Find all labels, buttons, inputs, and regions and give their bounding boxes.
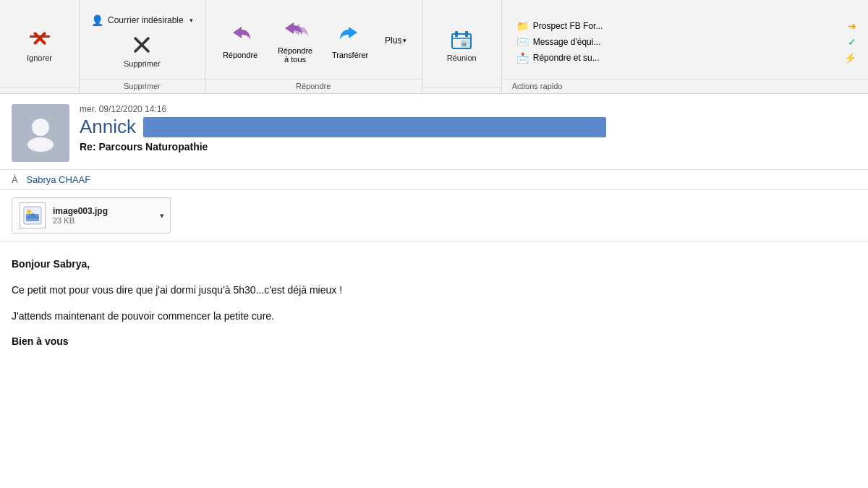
reunion-label: Réunion bbox=[447, 53, 477, 62]
email-meta: mer. 09/12/2020 14:16 Annick Re: Parcour… bbox=[80, 104, 856, 153]
actions-group-label: Actions rapido bbox=[502, 79, 868, 93]
junk-icon: 👤 bbox=[91, 14, 103, 26]
avatar bbox=[12, 104, 69, 162]
junk-button[interactable]: 👤 Courrier indésirable ▾ bbox=[87, 12, 197, 28]
repondre-group: Répondre Répondre à tous bbox=[205, 0, 422, 93]
repondre-tous-icon bbox=[281, 17, 310, 43]
action-badge-2: ⚡ bbox=[844, 52, 856, 64]
ignore-group-label bbox=[0, 87, 79, 93]
transferer-icon bbox=[337, 21, 363, 48]
ignore-icon bbox=[30, 28, 50, 51]
supprimer-button[interactable]: Supprimer bbox=[119, 31, 165, 71]
junk-label: Courrier indésirable bbox=[108, 15, 184, 25]
svg-rect-2 bbox=[30, 35, 50, 38]
attachment-icon bbox=[20, 202, 46, 228]
to-label: À bbox=[12, 174, 18, 185]
junk-dropdown-icon: ▾ bbox=[190, 17, 193, 24]
actions-group: 📁 Prospect FB For... ➜ ✉️ Message d'équi… bbox=[502, 0, 868, 93]
email-to: À Sabrya CHAAF bbox=[0, 169, 868, 190]
body-line-0: Bonjour Sabrya, bbox=[12, 256, 856, 273]
reunion-group: ⊞ Réunion bbox=[422, 0, 502, 93]
action-badge-0: ➜ bbox=[848, 20, 856, 32]
supprimer-group-label: Supprimer bbox=[80, 79, 205, 93]
action-label-2: Répondre et su... bbox=[533, 53, 840, 63]
attachment-dropdown-icon[interactable]: ▾ bbox=[160, 211, 164, 221]
email-date: mer. 09/12/2020 14:16 bbox=[80, 104, 856, 114]
plus-label: Plus bbox=[385, 35, 401, 46]
supprimer-label: Supprimer bbox=[124, 59, 161, 68]
ignore-button[interactable]: Ignorer bbox=[18, 25, 61, 66]
email-attachments: image003.jpg 23 KB ▾ bbox=[0, 190, 868, 241]
svg-point-16 bbox=[27, 210, 31, 214]
svg-point-11 bbox=[32, 119, 49, 136]
email-body: Bonjour Sabrya, Ce petit mot pour vous d… bbox=[0, 241, 868, 374]
reunion-button[interactable]: ⊞ Réunion bbox=[440, 27, 483, 65]
ignore-label: Ignorer bbox=[27, 53, 52, 63]
repondre-icon bbox=[227, 21, 253, 48]
body-line-3: J'attends maintenant de pouvoir commence… bbox=[12, 308, 856, 325]
toolbar: Ignorer 👤 Courrier indésirable ▾ S bbox=[0, 0, 868, 94]
email-subject: Re: Parcours Naturopathie bbox=[80, 141, 856, 153]
action-item-0[interactable]: 📁 Prospect FB For... ➜ bbox=[512, 19, 861, 33]
action-icon-1: ✉️ bbox=[516, 36, 529, 48]
body-line-2: Ce petit mot pour vous dire que j'ai dor… bbox=[12, 282, 856, 299]
action-badge-1: ✓ bbox=[848, 36, 856, 48]
plus-button[interactable]: Plus ▾ bbox=[380, 33, 411, 48]
reunion-icon: ⊞ bbox=[451, 30, 472, 51]
ignore-group: Ignorer bbox=[0, 0, 80, 93]
svg-rect-7 bbox=[465, 31, 468, 37]
delete-icon bbox=[131, 34, 153, 57]
sender-name: Annick bbox=[80, 116, 136, 138]
repondre-tous-label: Répondre à tous bbox=[278, 46, 312, 64]
to-name: Sabrya CHAAF bbox=[26, 174, 90, 185]
attachment-name: image003.jpg bbox=[53, 206, 163, 216]
action-label-0: Prospect FB For... bbox=[533, 21, 843, 31]
plus-dropdown-icon: ▾ bbox=[403, 37, 407, 44]
svg-text:⊞: ⊞ bbox=[461, 41, 467, 48]
transferer-label: Transférer bbox=[332, 51, 368, 59]
supprimer-group: 👤 Courrier indésirable ▾ Supprimer Suppr… bbox=[80, 0, 205, 93]
repondre-button[interactable]: Répondre bbox=[216, 18, 265, 62]
action-icon-0: 📁 bbox=[516, 20, 529, 32]
action-label-1: Message d'équi... bbox=[533, 37, 843, 47]
action-icon-2: 📩 bbox=[516, 52, 529, 64]
action-item-2[interactable]: 📩 Répondre et su... ⚡ bbox=[512, 51, 861, 65]
repondre-group-label: Répondre bbox=[205, 79, 422, 93]
action-item-1[interactable]: ✉️ Message d'équi... ✓ bbox=[512, 35, 861, 49]
repondre-label: Répondre bbox=[223, 51, 258, 59]
actions-list: 📁 Prospect FB For... ➜ ✉️ Message d'équi… bbox=[512, 16, 861, 68]
email-header: mer. 09/12/2020 14:16 Annick Re: Parcour… bbox=[0, 94, 868, 162]
reunion-group-label bbox=[422, 87, 501, 93]
repondre-tous-button[interactable]: Répondre à tous bbox=[271, 14, 320, 67]
body-line-4: Bien à vous bbox=[12, 333, 856, 351]
attachment-item[interactable]: image003.jpg 23 KB ▾ bbox=[12, 197, 171, 234]
attachment-info: image003.jpg 23 KB bbox=[53, 206, 163, 225]
sender-email-highlight bbox=[143, 117, 606, 137]
email-sender-row: Annick bbox=[80, 116, 856, 138]
attachment-size: 23 KB bbox=[53, 216, 163, 225]
email-container: mer. 09/12/2020 14:16 Annick Re: Parcour… bbox=[0, 94, 868, 488]
svg-point-12 bbox=[27, 137, 54, 152]
svg-rect-6 bbox=[455, 31, 458, 37]
transferer-button[interactable]: Transférer bbox=[326, 18, 375, 62]
